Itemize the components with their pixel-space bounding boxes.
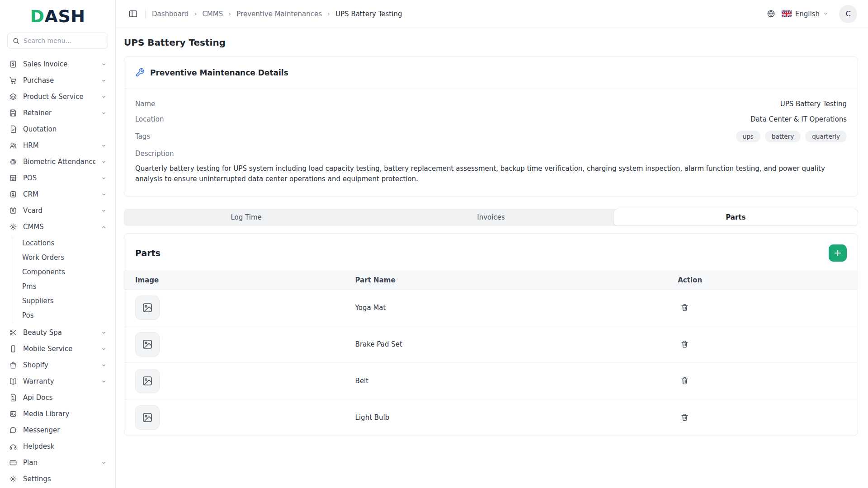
sidebar-search[interactable] bbox=[7, 33, 108, 49]
cell-image bbox=[124, 399, 344, 436]
search-input[interactable] bbox=[24, 37, 103, 44]
credit-card-icon bbox=[9, 459, 17, 467]
sidebar-item-hrm[interactable]: HRM bbox=[5, 137, 110, 154]
sidebar-item-settings[interactable]: Settings bbox=[5, 471, 110, 487]
sidebar-item-vcard[interactable]: Vcard bbox=[5, 202, 110, 219]
sidebar-item-label: Mobile Service bbox=[23, 345, 95, 353]
sidebar-item-beauty-spa[interactable]: Beauty Spa bbox=[5, 324, 110, 341]
parts-table-body: Yoga MatBrake Pad SetBeltLight Bulb bbox=[124, 289, 858, 436]
description-text: Quarterly battery testing for UPS system… bbox=[135, 164, 847, 185]
tags-list: upsbatteryquarterly bbox=[736, 131, 847, 142]
sidebar-item-mobile-service[interactable]: Mobile Service bbox=[5, 341, 110, 357]
sidebar-item-label: CRM bbox=[23, 190, 95, 198]
chevron-down-icon bbox=[823, 11, 828, 16]
sidebar-item-label: POS bbox=[23, 174, 95, 182]
avatar[interactable]: C bbox=[839, 5, 857, 23]
breadcrumb-item-preventive-maintenances[interactable]: Preventive Maintenances bbox=[236, 10, 322, 18]
delete-part-button[interactable] bbox=[679, 375, 691, 387]
sidebar-item-quotation[interactable]: Quotation bbox=[5, 121, 110, 137]
sidebar-item-api-docs[interactable]: Api Docs bbox=[5, 389, 110, 406]
sidebar-item-messenger[interactable]: Messenger bbox=[5, 422, 110, 438]
sidebar-subitem-pos[interactable]: Pos bbox=[22, 308, 110, 323]
store-icon bbox=[9, 174, 17, 182]
sidebar-item-sales-invoice[interactable]: Sales Invoice bbox=[5, 56, 110, 72]
brand-logo-rest: ASH bbox=[44, 6, 85, 26]
cell-part-name: Light Bulb bbox=[344, 399, 667, 436]
sidebar-item-retainer[interactable]: Retainer bbox=[5, 105, 110, 121]
settings-gear-icon bbox=[9, 475, 17, 483]
chat-bubble-icon bbox=[9, 426, 17, 434]
chevron-down-icon bbox=[101, 379, 106, 384]
sidebar-item-label: Retainer bbox=[23, 109, 95, 117]
main-area: Dashboard›CMMS›Preventive Maintenances›U… bbox=[116, 0, 868, 488]
breadcrumb-item-dashboard[interactable]: Dashboard bbox=[152, 10, 189, 18]
parts-card: Parts + Image Part Name Action Yoga MatB… bbox=[124, 233, 858, 436]
purchase-cart-icon bbox=[9, 76, 17, 84]
sidebar-item-warranty[interactable]: Warranty bbox=[5, 373, 110, 389]
image-placeholder-icon bbox=[142, 339, 153, 350]
sidebar-item-helpdesk[interactable]: Helpdesk bbox=[5, 438, 110, 455]
add-part-button[interactable]: + bbox=[829, 244, 847, 262]
chevron-up-icon bbox=[101, 225, 106, 230]
layers-icon bbox=[9, 93, 17, 101]
field-value-name: UPS Battery Testing bbox=[780, 100, 847, 108]
users-icon bbox=[9, 141, 17, 150]
language-switcher[interactable]: English bbox=[782, 10, 828, 18]
chevron-down-icon bbox=[101, 176, 106, 181]
delete-part-button[interactable] bbox=[679, 301, 691, 314]
brand-logo: DASH bbox=[0, 6, 115, 26]
sidebar-item-cmms[interactable]: CMMS bbox=[5, 219, 110, 235]
chevron-down-icon bbox=[101, 94, 106, 99]
file-text-icon bbox=[9, 394, 17, 402]
sidebar-toggle-icon[interactable] bbox=[127, 8, 139, 19]
sidebar-item-product-service[interactable]: Product & Service bbox=[5, 89, 110, 105]
breadcrumb-item-ups-battery-testing: UPS Battery Testing bbox=[335, 10, 402, 18]
details-card-body: Name UPS Battery Testing Location Data C… bbox=[124, 89, 858, 197]
trash-icon bbox=[680, 376, 689, 385]
globe-icon[interactable] bbox=[767, 9, 775, 18]
trash-icon bbox=[680, 413, 689, 422]
sidebar-item-media-library[interactable]: Media Library bbox=[5, 406, 110, 422]
sidebar-item-label: Quotation bbox=[23, 125, 106, 133]
tab-log-time[interactable]: Log Time bbox=[124, 209, 368, 226]
breadcrumb-item-cmms[interactable]: CMMS bbox=[202, 10, 223, 18]
book-open-icon bbox=[9, 377, 17, 385]
table-row-yoga-mat: Yoga Mat bbox=[124, 289, 858, 326]
tab-strip: Log TimeInvoicesParts bbox=[124, 209, 858, 226]
trash-icon bbox=[680, 340, 689, 348]
sidebar-item-label: Shopify bbox=[23, 361, 95, 369]
sidebar-subitem-components[interactable]: Components bbox=[22, 265, 110, 279]
field-label-tags: Tags bbox=[135, 132, 150, 141]
sidebar-item-crm[interactable]: CRM bbox=[5, 186, 110, 202]
field-label-description: Description bbox=[135, 150, 847, 158]
sidebar-nav: Sales InvoicePurchaseProduct & ServiceRe… bbox=[0, 54, 115, 488]
tag-pill-battery: battery bbox=[765, 131, 801, 142]
sidebar-subitem-suppliers[interactable]: Suppliers bbox=[22, 294, 110, 308]
sidebar-item-label: Warranty bbox=[23, 377, 95, 385]
delete-part-button[interactable] bbox=[679, 338, 691, 350]
delete-part-button[interactable] bbox=[679, 411, 691, 423]
sidebar-item-label: Media Library bbox=[23, 410, 106, 418]
tab-invoices[interactable]: Invoices bbox=[368, 209, 613, 226]
sidebar-item-label: Vcard bbox=[23, 206, 95, 215]
sidebar-item-label: Beauty Spa bbox=[23, 328, 95, 337]
id-badge-icon bbox=[9, 190, 17, 198]
sidebar-item-label: Product & Service bbox=[23, 93, 95, 101]
sidebar-item-purchase[interactable]: Purchase bbox=[5, 72, 110, 89]
sidebar-subitem-locations[interactable]: Locations bbox=[22, 236, 110, 250]
sidebar-item-biometric-attendance[interactable]: Biometric Attendance bbox=[5, 154, 110, 170]
tab-parts[interactable]: Parts bbox=[613, 209, 858, 226]
field-row-tags: Tags upsbatteryquarterly bbox=[135, 131, 847, 142]
sidebar-item-label: Sales Invoice bbox=[23, 60, 95, 68]
sidebar-item-plan[interactable]: Plan bbox=[5, 455, 110, 471]
sidebar-item-pos[interactable]: POS bbox=[5, 170, 110, 186]
sidebar-item-shopify[interactable]: Shopify bbox=[5, 357, 110, 373]
image-placeholder-icon bbox=[142, 375, 153, 386]
sidebar-subitem-work-orders[interactable]: Work Orders bbox=[22, 250, 110, 265]
image-placeholder bbox=[135, 369, 160, 393]
sidebar-submenu-cmms: LocationsWork OrdersComponentsPmsSupplie… bbox=[13, 236, 110, 323]
cell-image bbox=[124, 326, 344, 362]
cell-action bbox=[667, 289, 858, 326]
sidebar-subitem-pms[interactable]: Pms bbox=[22, 279, 110, 294]
details-card-header: Preventive Maintenance Details bbox=[124, 56, 858, 89]
